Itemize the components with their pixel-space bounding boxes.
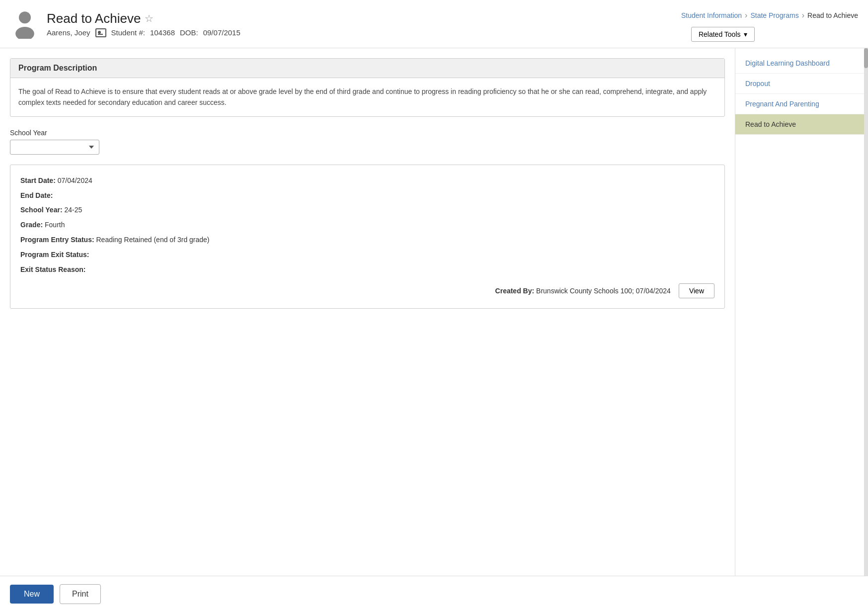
- start-date-row: Start Date: 07/04/2024: [20, 175, 714, 187]
- print-button[interactable]: Print: [60, 584, 101, 604]
- exit-status-reason-row: Exit Status Reason:: [20, 264, 714, 276]
- student-id-icon: [95, 28, 106, 37]
- sidebar-item-read-to-achieve[interactable]: Read to Achieve: [735, 114, 864, 135]
- breadcrumb-student-info[interactable]: Student Information: [681, 11, 742, 19]
- end-date-label: End Date:: [20, 191, 53, 199]
- grade-label: Grade:: [20, 221, 43, 229]
- sidebar-label-read-to-achieve: Read to Achieve: [745, 120, 796, 128]
- sidebar-item-dropout[interactable]: Dropout: [735, 74, 864, 94]
- svg-point-0: [19, 11, 31, 23]
- program-exit-status-row: Program Exit Status:: [20, 249, 714, 261]
- grade-row: Grade: Fourth: [20, 219, 714, 231]
- record-school-year-label: School Year:: [20, 206, 63, 214]
- program-entry-status-row: Program Entry Status: Reading Retained (…: [20, 234, 714, 246]
- breadcrumb-state-programs[interactable]: State Programs: [750, 11, 798, 19]
- scrollbar[interactable]: [864, 48, 868, 576]
- page-header: Read to Achieve ☆ Aarens, Joey Student #…: [0, 0, 868, 48]
- created-by-value: Brunswick County Schools 100; 07/04/2024: [536, 287, 671, 295]
- favorite-star-icon[interactable]: ☆: [145, 12, 154, 24]
- footer-bar: New Print: [0, 576, 868, 612]
- end-date-row: End Date:: [20, 190, 714, 202]
- student-number-label: Student #:: [111, 28, 145, 37]
- breadcrumb: Student Information › State Programs › R…: [681, 6, 858, 20]
- header-info: Read to Achieve ☆ Aarens, Joey Student #…: [47, 11, 681, 37]
- start-date-value: 07/04/2024: [58, 176, 92, 184]
- content-layout: Program Description The goal of Read to …: [0, 48, 868, 576]
- dob-value: 09/07/2015: [203, 28, 240, 37]
- sidebar-item-digital-learning[interactable]: Digital Learning Dashboard: [735, 53, 864, 74]
- record-footer: Created By: Brunswick County Schools 100…: [20, 283, 714, 298]
- chevron-down-icon: ▾: [744, 30, 747, 38]
- start-date-label: Start Date:: [20, 176, 56, 184]
- dob-label: DOB:: [180, 28, 198, 37]
- new-button[interactable]: New: [10, 585, 54, 604]
- school-year-row: School Year: 24-25: [20, 204, 714, 216]
- page-title: Read to Achieve ☆: [47, 11, 681, 26]
- main-content: Program Description The goal of Read to …: [0, 48, 735, 576]
- exit-status-reason-label: Exit Status Reason:: [20, 265, 85, 273]
- sidebar: Digital Learning Dashboard Dropout Pregn…: [735, 48, 864, 576]
- scroll-thumb[interactable]: [864, 48, 868, 68]
- sidebar-link-dropout[interactable]: Dropout: [745, 80, 770, 87]
- svg-point-1: [15, 27, 34, 39]
- program-entry-status-label: Program Entry Status:: [20, 236, 94, 244]
- title-text: Read to Achieve: [47, 11, 141, 26]
- program-description-heading: Program Description: [10, 59, 724, 78]
- program-description-body: The goal of Read to Achieve is to ensure…: [10, 78, 724, 116]
- created-by-text: Created By: Brunswick County Schools 100…: [495, 287, 671, 295]
- record-school-year-value: 24-25: [64, 206, 82, 214]
- program-exit-status-label: Program Exit Status:: [20, 251, 89, 259]
- related-tools-label: Related Tools: [699, 30, 741, 38]
- sidebar-link-digital-learning[interactable]: Digital Learning Dashboard: [745, 59, 830, 67]
- related-tools-button[interactable]: Related Tools ▾: [691, 27, 755, 42]
- student-info-line: Aarens, Joey Student #: 104368 DOB: 09/0…: [47, 28, 681, 37]
- avatar: [10, 6, 40, 41]
- record-card: Start Date: 07/04/2024 End Date: School …: [10, 165, 725, 309]
- program-description-box: Program Description The goal of Read to …: [10, 58, 725, 117]
- view-button[interactable]: View: [679, 283, 714, 298]
- school-year-section: School Year 24-25 23-24 22-23: [10, 129, 725, 155]
- breadcrumb-current: Read to Achieve: [807, 11, 858, 19]
- sidebar-link-pregnant-parenting[interactable]: Pregnant And Parenting: [745, 100, 819, 108]
- school-year-select[interactable]: 24-25 23-24 22-23: [10, 140, 99, 155]
- created-by-label: Created By:: [495, 287, 535, 295]
- sidebar-item-pregnant-parenting[interactable]: Pregnant And Parenting: [735, 94, 864, 114]
- breadcrumb-sep-2: ›: [802, 11, 804, 20]
- student-name: Aarens, Joey: [47, 28, 90, 37]
- grade-value: Fourth: [45, 221, 65, 229]
- breadcrumb-sep-1: ›: [745, 11, 747, 20]
- school-year-label: School Year: [10, 129, 725, 137]
- student-number: 104368: [150, 28, 175, 37]
- program-entry-status-value: Reading Retained (end of 3rd grade): [96, 236, 209, 244]
